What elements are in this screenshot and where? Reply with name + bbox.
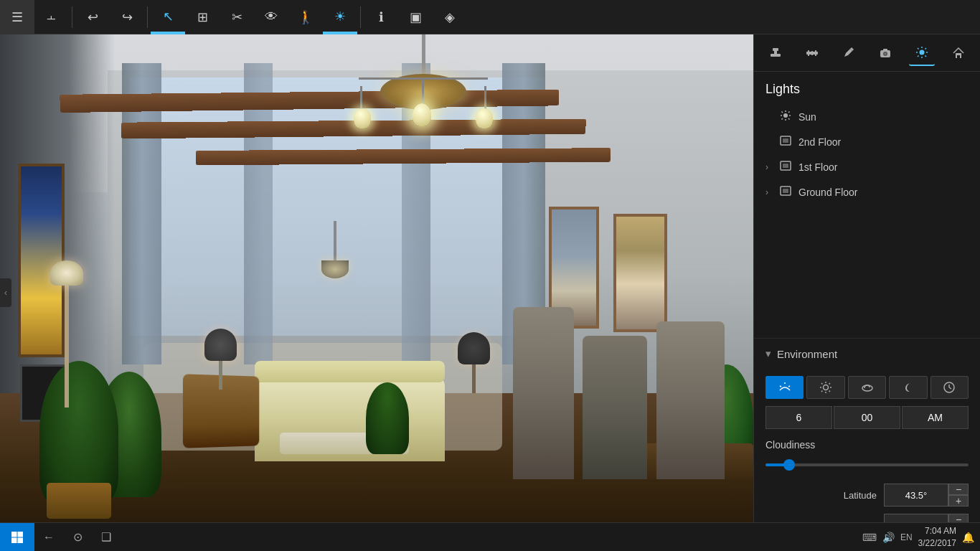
notification-icon[interactable]: 🔔 [962,532,974,543]
chandelier-arm-v2 [360,86,362,111]
hour-field[interactable]: 6 [765,406,832,429]
network-icon[interactable]: EN [900,532,913,542]
svg-line-48 [821,391,822,392]
sun-light-item[interactable]: Sun [754,104,980,129]
svg-rect-21 [957,55,960,58]
sun-icon [915,46,928,59]
svg-point-40 [824,385,829,390]
clock[interactable]: 7:04 AM 3/22/2017 [918,525,956,550]
ground-floor-expand-icon: › [765,187,774,197]
latitude-label: Latitude [765,490,884,501]
environment-header[interactable]: ▾ Environment [754,339,980,369]
time-sunny-button[interactable] [806,376,844,399]
library-icon: ⫠ [44,9,59,25]
walk-icon: 🚶 [298,9,314,25]
room-scene [0,34,753,551]
latitude-buttons: − + [948,484,969,507]
time-clock-button[interactable] [930,376,969,399]
latitude-decrease-button[interactable]: − [948,484,969,495]
display-button[interactable]: ▣ [398,0,433,34]
ground-floor-light-item[interactable]: › Ground Floor [754,179,980,204]
build-button[interactable]: ✂ [220,0,254,34]
camera-tool-button[interactable] [872,40,898,66]
clock-time: 7:04 AM [918,525,956,537]
measure-tool-button[interactable] [799,40,825,66]
time-night-button[interactable] [889,376,927,399]
1st-floor-label: 1st Floor [798,161,837,173]
undo-button[interactable]: ↩ [75,0,110,34]
separator-2 [147,6,148,28]
1st-floor-light-icon [780,160,791,174]
separator-3 [360,6,361,28]
cortana-icon: ⊙ [73,530,83,544]
select-icon: ↖ [163,9,174,24]
svg-line-17 [925,55,927,57]
redo-button[interactable]: ↪ [110,0,144,34]
1st-floor-light-item[interactable]: › 1st Floor [754,154,980,179]
svg-point-49 [862,385,872,391]
svg-line-39 [788,386,790,387]
svg-line-52 [949,387,951,389]
camera-icon [879,47,892,60]
svg-line-45 [821,383,822,384]
start-button[interactable] [0,523,34,552]
keyboard-icon[interactable]: ⌨ [862,532,877,543]
svg-rect-6 [815,50,816,56]
sun-light-icon [780,110,791,123]
collapse-arrow[interactable]: ‹ [0,278,11,307]
library-button[interactable]: ⫠ [34,0,69,34]
svg-rect-5 [811,51,813,55]
cortana-button[interactable]: ⊙ [63,523,92,552]
walk-button[interactable]: 🚶 [288,0,323,34]
time-input-row: 6 00 AM [765,406,969,429]
menu-button[interactable]: ☰ [0,0,34,34]
volume-icon[interactable]: 🔊 [882,532,895,543]
svg-rect-2 [773,48,778,51]
time-sunrise-button[interactable] [765,376,804,399]
cloudiness-slider[interactable] [765,458,969,472]
dining-chair-3 [513,307,574,479]
moon-icon [902,381,915,394]
sun-label: Sun [798,111,816,123]
svg-point-9 [885,52,887,55]
pencil-icon [842,47,855,60]
taskbar-right: ⌨ 🔊 EN 7:04 AM 3/22/2017 🔔 [862,525,980,550]
latitude-increase-button[interactable]: + [948,495,969,507]
view-button[interactable]: 👁 [254,0,288,34]
lights-title: Lights [754,72,980,104]
bulb-left [354,108,371,128]
latitude-input[interactable]: 43.5° [884,484,948,507]
ampm-field[interactable]: AM [902,406,969,429]
artwork-left [18,164,65,357]
1st-floor-expand-icon: › [765,162,774,172]
info-icon: ℹ [379,9,384,25]
house-tool-button[interactable] [946,40,971,66]
main-viewport[interactable]: ‹ [0,34,753,551]
lighting-tool-button[interactable] [909,40,935,66]
table-lamp-right [458,332,490,393]
objects-button[interactable]: ⊞ [185,0,220,34]
time-cloudy-button[interactable] [848,376,886,399]
build-tool-button[interactable] [763,40,788,66]
lighting-button[interactable]: ☀ [323,0,357,34]
svg-point-22 [783,113,788,118]
slider-thumb[interactable] [783,459,795,471]
clock-icon [943,381,956,394]
2nd-floor-light-item[interactable]: 2nd Floor [754,129,980,154]
svg-line-27 [782,112,783,113]
select-button[interactable]: ↖ [151,0,185,34]
hammer-icon [769,47,782,60]
info-button[interactable]: ℹ [364,0,398,34]
sunny-icon [819,381,832,394]
edit-tool-button[interactable] [836,40,862,66]
threed-icon: ◈ [445,9,455,25]
svg-line-47 [829,383,830,384]
chandelier-arm-v1 [422,77,424,106]
floor-lamp-shade [50,260,83,286]
threed-button[interactable]: ◈ [433,0,467,34]
svg-line-28 [788,118,789,119]
taskview-button[interactable]: ❑ [92,523,121,552]
svg-point-11 [920,50,925,55]
minute-field[interactable]: 00 [834,406,900,429]
back-taskbar-button[interactable]: ← [34,523,63,552]
